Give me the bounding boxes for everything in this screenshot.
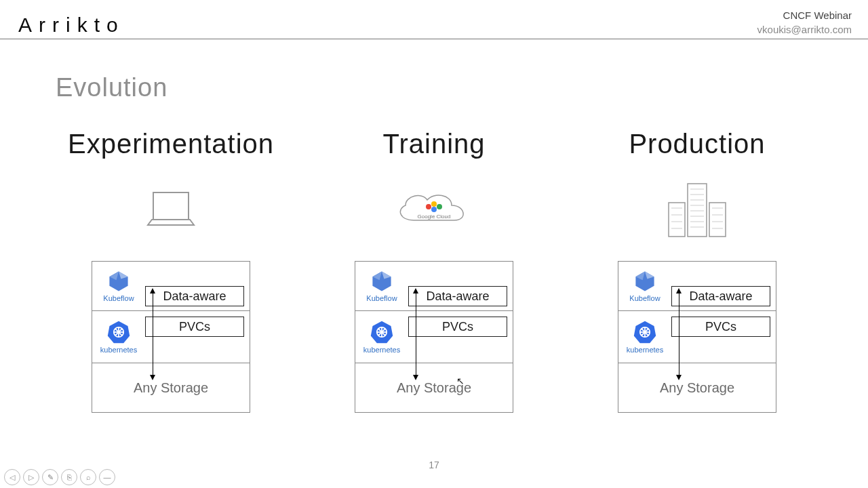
col-training: Training Google Cloud Kubeflow Data-awar… bbox=[319, 129, 549, 413]
env-laptop-icon bbox=[142, 180, 199, 241]
svg-marker-42 bbox=[635, 272, 654, 291]
kubernetes-logo: kubernetes bbox=[624, 320, 666, 354]
slide-subtitle: Evolution bbox=[56, 73, 167, 102]
slides-button[interactable]: ⎘ bbox=[61, 469, 77, 485]
kubernetes-row: kubernetes PVCs bbox=[355, 310, 513, 363]
kubeflow-row: Kubeflow Data-aware bbox=[618, 261, 776, 311]
svg-rect-23 bbox=[688, 184, 707, 237]
kubernetes-logo: kubernetes bbox=[98, 320, 140, 354]
zoom-button[interactable]: ⌕ bbox=[80, 469, 96, 485]
next-button[interactable]: ▷ bbox=[23, 469, 39, 485]
slide: Arrikto CNCF Webinar vkoukis@arrikto.com… bbox=[0, 0, 868, 488]
data-aware-box: Data-aware bbox=[671, 286, 770, 306]
svg-point-10 bbox=[426, 204, 431, 209]
arrow-down-icon bbox=[676, 375, 682, 380]
arrow-shaft bbox=[153, 289, 153, 378]
storage-row: Any Storage bbox=[355, 363, 513, 413]
pvcs-box: PVCs bbox=[145, 317, 244, 337]
svg-marker-1 bbox=[109, 272, 127, 291]
arrow-shaft bbox=[416, 289, 416, 378]
arrow-up-icon bbox=[676, 288, 682, 293]
kubernetes-icon bbox=[370, 320, 394, 344]
data-aware-box: Data-aware bbox=[145, 286, 244, 306]
svg-point-13 bbox=[431, 207, 437, 212]
stack: Kubeflow Data-aware kubernetes PVCs bbox=[92, 261, 250, 413]
svg-marker-14 bbox=[372, 272, 391, 291]
prev-button[interactable]: ◁ bbox=[4, 469, 20, 485]
col-production: Production Kubeflow bbox=[582, 129, 812, 413]
kubernetes-row: kubernetes PVCs bbox=[618, 310, 776, 363]
kubeflow-logo: Kubeflow bbox=[624, 270, 666, 302]
kubeflow-label: Kubeflow bbox=[366, 294, 397, 302]
kubernetes-label: kubernetes bbox=[363, 346, 400, 354]
kubeflow-logo: Kubeflow bbox=[98, 270, 140, 302]
arrow-up-icon bbox=[413, 288, 418, 293]
env-cloud-icon: Google Cloud bbox=[387, 180, 481, 241]
stack: Kubeflow Data-aware kubernetes PVCs Any … bbox=[618, 261, 776, 413]
arrow-down-icon bbox=[413, 375, 418, 380]
more-button[interactable]: — bbox=[99, 469, 115, 485]
slide-meta: CNCF Webinar vkoukis@arrikto.com bbox=[757, 8, 852, 37]
arrow-up-icon bbox=[150, 288, 155, 293]
kubernetes-logo: kubernetes bbox=[361, 320, 403, 354]
kubeflow-label: Kubeflow bbox=[629, 294, 660, 302]
pvcs-box: PVCs bbox=[671, 317, 770, 337]
stack: Kubeflow Data-aware kubernetes PVCs Any … bbox=[355, 261, 513, 413]
kubeflow-row: Kubeflow Data-aware bbox=[92, 261, 250, 311]
kubernetes-row: kubernetes PVCs bbox=[92, 310, 250, 363]
kubeflow-icon bbox=[633, 270, 656, 293]
data-aware-box: Data-aware bbox=[408, 286, 507, 306]
col-experimentation: Experimentation Kubeflow bbox=[56, 129, 286, 413]
kubernetes-icon bbox=[633, 320, 657, 344]
kubernetes-label: kubernetes bbox=[627, 346, 663, 354]
col-heading: Production bbox=[629, 129, 765, 159]
kubeflow-logo: Kubeflow bbox=[361, 270, 403, 302]
storage-row: Any Storage bbox=[618, 363, 776, 413]
presenter-controls: ◁ ▷ ✎ ⎘ ⌕ — bbox=[4, 469, 115, 485]
col-heading: Experimentation bbox=[68, 129, 274, 159]
svg-point-11 bbox=[431, 201, 437, 207]
meta-email: vkoukis@arrikto.com bbox=[757, 22, 852, 37]
header-rule bbox=[0, 39, 868, 39]
arrow-shaft bbox=[679, 289, 679, 378]
kubeflow-icon bbox=[107, 270, 130, 293]
kubeflow-row: Kubeflow Data-aware bbox=[355, 261, 513, 311]
pvcs-box: PVCs bbox=[408, 317, 507, 337]
svg-rect-0 bbox=[153, 192, 189, 220]
kubeflow-icon bbox=[370, 270, 393, 293]
pen-button[interactable]: ✎ bbox=[42, 469, 58, 485]
arrow-down-icon bbox=[150, 375, 155, 380]
meta-title: CNCF Webinar bbox=[757, 8, 852, 22]
kubernetes-icon bbox=[106, 320, 131, 344]
columns: Experimentation Kubeflow bbox=[0, 129, 868, 413]
kubernetes-label: kubernetes bbox=[100, 346, 137, 354]
google-cloud-label: Google Cloud bbox=[418, 214, 451, 220]
brand-logo: Arrikto bbox=[18, 14, 125, 37]
col-heading: Training bbox=[382, 129, 485, 159]
kubeflow-label: Kubeflow bbox=[103, 294, 134, 302]
storage-row: Any Storage bbox=[92, 363, 250, 413]
env-datacenter-icon bbox=[656, 180, 738, 241]
svg-point-12 bbox=[437, 204, 442, 209]
page-number: 17 bbox=[0, 460, 868, 470]
